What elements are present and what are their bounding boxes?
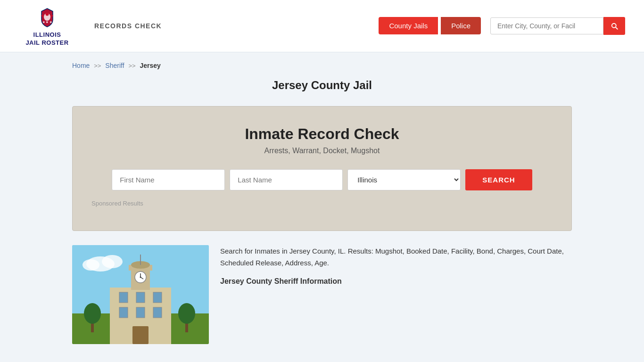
breadcrumb-home[interactable]: Home bbox=[72, 62, 90, 69]
svg-rect-11 bbox=[136, 292, 145, 303]
svg-text:★ ★ ★: ★ ★ ★ bbox=[42, 21, 52, 24]
sheriff-info-heading: Jersey County Sheriff Information bbox=[220, 275, 572, 288]
police-button[interactable]: Police bbox=[441, 17, 481, 34]
svg-point-2 bbox=[46, 13, 49, 16]
svg-rect-10 bbox=[119, 292, 128, 303]
svg-rect-14 bbox=[136, 307, 145, 318]
inmate-search-button[interactable]: SEARCH bbox=[465, 169, 532, 190]
header-search-button[interactable] bbox=[603, 17, 625, 35]
header-nav: County Jails Police bbox=[379, 17, 625, 35]
svg-point-26 bbox=[84, 303, 101, 324]
page-title: Jersey County Jail bbox=[72, 79, 572, 92]
building-illustration bbox=[72, 245, 209, 344]
state-select[interactable]: IllinoisAlabamaAlaskaArizonaArkansasCali… bbox=[347, 169, 461, 190]
inmate-box-heading: Inmate Record Check bbox=[91, 125, 553, 143]
breadcrumb-current: Jersey bbox=[140, 62, 161, 69]
svg-rect-12 bbox=[153, 292, 162, 303]
svg-point-7 bbox=[83, 259, 99, 271]
bottom-section: Search for Inmates in Jersey County, IL.… bbox=[72, 245, 572, 344]
header-search-input[interactable] bbox=[490, 17, 603, 34]
illinois-flag-icon: ★ ★ ★ bbox=[35, 5, 59, 29]
breadcrumb-sep1: >> bbox=[94, 62, 101, 69]
inmate-record-check-box: Inmate Record Check Arrests, Warrant, Do… bbox=[72, 106, 572, 231]
svg-rect-15 bbox=[153, 307, 162, 318]
breadcrumb-sheriff[interactable]: Sheriff bbox=[105, 62, 124, 69]
building-image bbox=[72, 245, 209, 344]
description-paragraph: Search for Inmates in Jersey County, IL.… bbox=[220, 245, 572, 269]
inmate-box-subtitle: Arrests, Warrant, Docket, Mugshot bbox=[91, 147, 553, 155]
svg-point-28 bbox=[178, 303, 195, 324]
description-text: Search for Inmates in Jersey County, IL.… bbox=[220, 245, 572, 291]
site-logo[interactable]: ★ ★ ★ ILLINOIS JAIL ROSTER bbox=[19, 5, 75, 47]
svg-rect-13 bbox=[119, 307, 128, 318]
breadcrumb-sep2: >> bbox=[128, 62, 135, 69]
inmate-search-form: IllinoisAlabamaAlaskaArizonaArkansasCali… bbox=[91, 169, 553, 190]
svg-rect-16 bbox=[132, 326, 149, 344]
last-name-input[interactable] bbox=[230, 169, 343, 190]
records-check-label: RECORDS CHECK bbox=[94, 22, 162, 30]
search-icon bbox=[610, 22, 619, 30]
main-content: Home >> Sheriff >> Jersey Jersey County … bbox=[63, 52, 581, 354]
logo-text: ILLINOIS JAIL ROSTER bbox=[25, 31, 68, 47]
header-search-bar bbox=[490, 17, 625, 35]
sponsored-results-label: Sponsored Results bbox=[91, 200, 553, 207]
site-header: ★ ★ ★ ILLINOIS JAIL ROSTER RECORDS CHECK… bbox=[0, 0, 644, 52]
first-name-input[interactable] bbox=[112, 169, 225, 190]
breadcrumb: Home >> Sheriff >> Jersey bbox=[72, 62, 572, 69]
county-jails-button[interactable]: County Jails bbox=[379, 17, 438, 34]
svg-point-6 bbox=[102, 255, 123, 268]
